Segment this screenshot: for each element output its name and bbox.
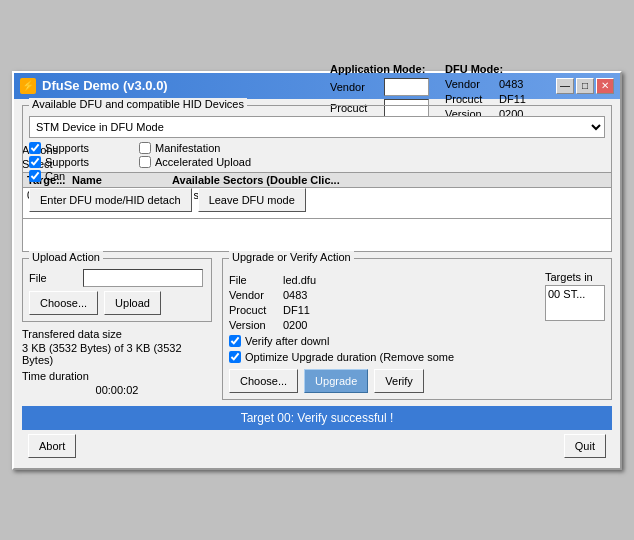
supports-check-1: Supports — [29, 142, 89, 154]
can-checkbox[interactable] — [29, 170, 41, 182]
dfu-vendor-value: 0483 — [499, 78, 523, 90]
supports-label-2: Supports — [45, 156, 89, 168]
main-content: Available DFU and compatible HID Devices… — [14, 99, 620, 468]
verify-after-row: Verify after downl — [229, 335, 605, 347]
upload-file-row: File — [29, 269, 205, 287]
upgrade-vendor-row: Vendor 0483 — [229, 289, 535, 301]
upload-file-input[interactable] — [83, 269, 203, 287]
upgrade-button[interactable]: Upgrade — [304, 369, 368, 393]
dfu-vendor-row: Vendor 0483 — [445, 78, 526, 90]
optimize-label: Optimize Upgrade duration (Remove some — [245, 351, 454, 363]
upload-button[interactable]: Upload — [104, 291, 161, 315]
accel-upload-check: Accelerated Upload — [139, 156, 251, 168]
upgrade-version-value: 0200 — [283, 319, 307, 331]
status-bar: Target 00: Verify successful ! — [22, 406, 612, 430]
manifestation-checkbox[interactable] — [139, 142, 151, 154]
supports-checkbox-2[interactable] — [29, 156, 41, 168]
app-vendor-value — [384, 78, 429, 96]
supports-checkbox-1[interactable] — [29, 142, 41, 154]
dfu-product-label: Procuct — [445, 93, 493, 105]
upgrade-fields: File led.dfu Vendor 0483 Procuct DF11 — [229, 271, 535, 331]
duration-value: 00:00:02 — [22, 384, 212, 396]
device-section-label: Available DFU and compatible HID Devices — [29, 98, 247, 110]
upgrade-file-value: led.dfu — [283, 274, 316, 286]
app-mode-title: Application Mode: — [330, 63, 429, 75]
dfu-mode-title: DFU Mode: — [445, 63, 526, 75]
optimize-checkbox[interactable] — [229, 351, 241, 363]
upgrade-product-label: Procuct — [229, 304, 277, 316]
optimize-row: Optimize Upgrade duration (Remove some — [229, 351, 605, 363]
upgrade-version-row: Version 0200 — [229, 319, 535, 331]
verify-after-label: Verify after downl — [245, 335, 329, 347]
supports-check-2: Supports — [29, 156, 89, 168]
transfer-label: Transfered data size — [22, 328, 212, 340]
upload-action-section: Upload Action File Choose... Upload Tran… — [22, 258, 212, 400]
upgrade-file-label: File — [229, 274, 277, 286]
accel-upload-checkbox[interactable] — [139, 156, 151, 168]
accel-upload-label: Accelerated Upload — [155, 156, 251, 168]
can-check: Can — [29, 170, 89, 182]
dfu-product-value: DF11 — [499, 93, 526, 105]
transfer-value: 3 KB (3532 Bytes) of 3 KB (3532Bytes) — [22, 342, 212, 366]
can-label: Can — [45, 170, 65, 182]
manifestation-label: Manifestation — [155, 142, 220, 154]
upload-group: Upload Action File Choose... Upload — [22, 258, 212, 322]
upgrade-group-label: Upgrade or Verify Action — [229, 251, 354, 263]
targets-box: 00 ST... — [545, 285, 605, 321]
quit-button[interactable]: Quit — [564, 434, 606, 458]
upload-choose-button[interactable]: Choose... — [29, 291, 98, 315]
bottom-bar: Abort Quit — [22, 430, 612, 462]
manifestation-check: Manifestation — [139, 142, 251, 154]
dfu-product-row: Procuct DF11 — [445, 93, 526, 105]
upgrade-group: Upgrade or Verify Action File led.dfu Ve… — [222, 258, 612, 400]
targets-value: 00 ST... — [548, 288, 602, 300]
enter-dfu-button[interactable]: Enter DFU mode/HID detach — [29, 188, 192, 212]
upgrade-version-label: Version — [229, 319, 277, 331]
verify-after-checkbox[interactable] — [229, 335, 241, 347]
targets-label: Targets in — [545, 271, 605, 283]
upgrade-action-section: Upgrade or Verify Action File led.dfu Ve… — [222, 258, 612, 400]
supports-label-1: Supports — [45, 142, 89, 154]
leave-dfu-button[interactable]: Leave DFU mode — [198, 188, 306, 212]
abort-button[interactable]: Abort — [28, 434, 76, 458]
device-dropdown[interactable]: STM Device in DFU Mode — [29, 116, 605, 138]
dfu-vendor-label: Vendor — [445, 78, 493, 90]
app-vendor-row: Vendor — [330, 78, 429, 96]
upload-file-label: File — [29, 272, 77, 284]
upgrade-file-row: File led.dfu — [229, 274, 535, 286]
upload-group-label: Upload Action — [29, 251, 103, 263]
upgrade-choose-button[interactable]: Choose... — [229, 369, 298, 393]
device-section: Available DFU and compatible HID Devices… — [22, 105, 612, 219]
status-message: Target 00: Verify successful ! — [241, 411, 394, 425]
upgrade-product-row: Procuct DF11 — [229, 304, 535, 316]
upgrade-product-value: DF11 — [283, 304, 310, 316]
duration-label: Time duration — [22, 370, 212, 382]
targets-section: Targets in 00 ST... — [545, 271, 605, 331]
verify-button[interactable]: Verify — [374, 369, 424, 393]
duration-section: Time duration 00:00:02 — [22, 370, 212, 396]
upgrade-vendor-label: Vendor — [229, 289, 277, 301]
app-vendor-label: Vendor — [330, 81, 378, 93]
upgrade-vendor-value: 0483 — [283, 289, 307, 301]
main-window: ⚡ DfuSe Demo (v3.0.0) — □ ✕ Available DF… — [12, 71, 622, 470]
transfer-section: Transfered data size 3 KB (3532 Bytes) o… — [22, 328, 212, 366]
